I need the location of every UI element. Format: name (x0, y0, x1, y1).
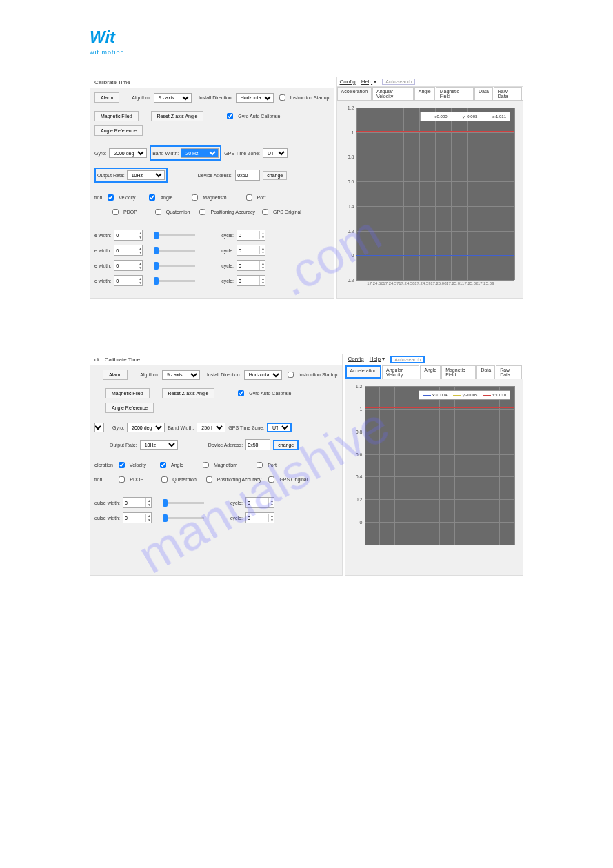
pos-accuracy-checkbox[interactable] (199, 209, 205, 215)
slider[interactable] (154, 250, 195, 252)
tab-angle[interactable]: Angle (420, 365, 441, 379)
port-checkbox[interactable] (246, 194, 252, 201)
auto-search-button[interactable]: Auto-search (382, 79, 415, 85)
magnetic-field-button[interactable]: Magnetic Filed (105, 388, 150, 398)
spinner-input[interactable]: ▲▼ (237, 245, 265, 256)
port-checkbox[interactable] (257, 462, 263, 468)
alarm-button[interactable]: Alarm (94, 92, 119, 103)
algorithm-select[interactable]: 9 - axis (162, 370, 200, 380)
tab-acceleration[interactable]: Acceleration (337, 87, 372, 100)
instruction-startup-checkbox[interactable] (279, 94, 285, 101)
change-button[interactable]: change (273, 440, 299, 450)
unknown-select[interactable] (94, 423, 104, 432)
quaternion-checkbox[interactable] (161, 476, 168, 483)
spinner-input[interactable]: ▲▼ (114, 230, 143, 241)
chart-area: 00.20.40.60.811.2x:-0.004y:-0.005z:1.010 (365, 386, 514, 545)
panel-title-bot: ck Calibrate Time (90, 354, 342, 365)
screenshot-bottom: ck Calibrate Time Alarm Algrithm: 9 - ax… (90, 354, 523, 576)
legend-item: x:0.000 (424, 114, 448, 119)
menu-config[interactable]: Config (340, 79, 356, 85)
tab-angle[interactable]: Angle (414, 87, 435, 100)
menu-help[interactable]: Help ▾ (370, 356, 385, 363)
spinner-input[interactable]: ▲▼ (237, 275, 265, 286)
pdop-checkbox[interactable] (119, 476, 125, 483)
gps-original-checkbox[interactable] (262, 209, 268, 215)
x-tick: 17:25:01 (446, 280, 462, 285)
tab-raw-data[interactable]: Raw Data (496, 365, 522, 379)
angle-checkbox[interactable] (160, 462, 166, 468)
gyro-auto-calibrate-checkbox[interactable] (227, 113, 233, 119)
slider[interactable] (163, 502, 204, 504)
spinner-input[interactable]: ▲▼ (123, 512, 152, 523)
cycle-label: cycle: (221, 248, 234, 253)
gps-tz-select[interactable]: UTC (263, 148, 288, 158)
reset-z-axis-button[interactable]: Reset Z-axis Angle (162, 388, 215, 398)
auto-search-button[interactable]: Auto-search (390, 356, 425, 363)
spinner-input[interactable]: ▲▼ (245, 512, 274, 523)
data-line (356, 131, 514, 132)
data-line (365, 407, 514, 408)
output-rate-select[interactable]: 10Hz (127, 170, 165, 180)
gyro-auto-calibrate-checkbox[interactable] (238, 390, 244, 396)
tab-magnetic-field[interactable]: Magnetic Field (436, 87, 474, 100)
change-button[interactable]: change (263, 171, 287, 180)
angle-reference-button[interactable]: Angle Reference (94, 125, 143, 136)
algorithm-label: Algrithm: (140, 372, 159, 377)
velocity-label: Velocity (119, 195, 135, 200)
output-rate-select[interactable]: 10Hz (140, 440, 178, 450)
bandwidth-select[interactable]: 20 Hz (181, 148, 219, 158)
tab-angular-velocity[interactable]: Angular Velocity (372, 87, 414, 100)
slider[interactable] (163, 517, 204, 519)
tab-raw-data[interactable]: Raw Data (494, 87, 522, 100)
gyro-select[interactable]: 2000 deg/s (109, 148, 147, 158)
instruction-startup-label: Instruction Startup (299, 372, 338, 377)
tab-acceleration[interactable]: Acceleration (345, 365, 382, 379)
bandwidth-select[interactable]: 256 Hz (197, 423, 225, 432)
algorithm-select[interactable]: 9 - axis (154, 93, 192, 103)
menu-config[interactable]: Config (348, 356, 364, 363)
spinner-input[interactable]: ▲▼ (114, 245, 143, 256)
menu-help[interactable]: Help ▾ (361, 79, 377, 85)
gps-tz-label: GPS Time Zone: (228, 425, 264, 430)
reset-z-axis-button[interactable]: Reset Z-axis Angle (151, 111, 204, 121)
angle-reference-button[interactable]: Angle Reference (105, 403, 154, 413)
spinner-input[interactable]: ▲▼ (237, 230, 265, 241)
slider[interactable] (154, 234, 195, 236)
magnetism-checkbox[interactable] (203, 462, 209, 468)
angle-label: Angle (171, 463, 183, 467)
velocity-checkbox[interactable] (119, 462, 125, 468)
pdop-checkbox[interactable] (112, 209, 119, 215)
device-address-input[interactable] (235, 170, 260, 181)
legend-item: z:1.011 (483, 114, 506, 119)
instruction-startup-checkbox[interactable] (288, 372, 294, 378)
install-dir-select[interactable]: Horizontal (236, 93, 274, 103)
magnetic-field-button[interactable]: Magnetic Filed (94, 111, 139, 121)
device-address-input[interactable] (245, 439, 270, 450)
gps-tz-select[interactable]: UTC (267, 423, 292, 432)
velocity-checkbox[interactable] (108, 194, 114, 201)
install-dir-select[interactable]: Horizontal (244, 370, 282, 380)
tab-magnetic-field[interactable]: Magnetic Field (441, 365, 476, 379)
magnetism-checkbox[interactable] (192, 194, 198, 201)
y-tick: 1.2 (348, 105, 356, 110)
alarm-button[interactable]: Alarm (103, 370, 128, 380)
cycle-label: cycle: (221, 233, 234, 238)
spinner-input[interactable]: ▲▼ (114, 260, 143, 271)
quaternion-checkbox[interactable] (155, 209, 161, 215)
angle-checkbox[interactable] (149, 194, 155, 201)
slider[interactable] (154, 265, 195, 267)
spinner-input[interactable]: ▲▼ (114, 275, 143, 286)
spinner-input[interactable]: ▲▼ (237, 260, 265, 271)
pos-accuracy-checkbox[interactable] (206, 476, 212, 483)
slider[interactable] (154, 280, 195, 282)
device-address-label: Device Address: (198, 173, 233, 178)
tab-data[interactable]: Data (474, 87, 493, 100)
gps-original-checkbox[interactable] (268, 476, 274, 483)
quaternion-label: Quaternion (172, 477, 197, 482)
spinner-input[interactable]: ▲▼ (245, 497, 274, 508)
spinner-input[interactable]: ▲▼ (123, 497, 152, 508)
gyro-select[interactable]: 2000 deg/s (127, 423, 165, 432)
tab-angular-velocity[interactable]: Angular Velocity (382, 365, 419, 379)
tab-data[interactable]: Data (476, 365, 495, 379)
legend-item: y:-0.003 (453, 114, 478, 119)
